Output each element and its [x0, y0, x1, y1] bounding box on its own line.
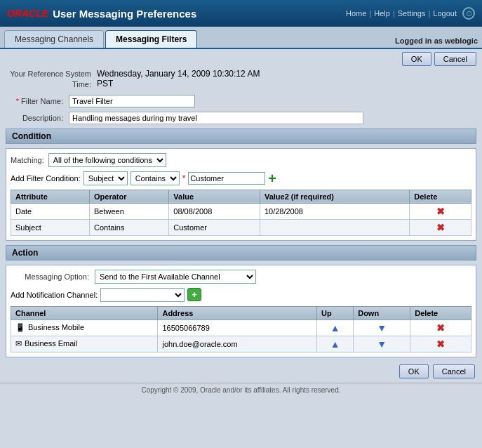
cell-attribute: Subject [11, 219, 90, 235]
condition-table: Attribute Operator Value Value2 (if requ… [11, 190, 471, 236]
cell-value: Customer [169, 219, 260, 235]
cell-down[interactable]: ▼ [354, 336, 410, 352]
matching-label: Matching: [11, 156, 44, 164]
channel-icon: 📱 [15, 323, 25, 331]
up-icon[interactable]: ▲ [330, 338, 340, 350]
bottom-action-buttons: OK Cancel [0, 360, 482, 383]
cell-delete[interactable]: ✖ [410, 219, 471, 235]
description-input[interactable] [69, 112, 363, 124]
col-delete: Delete [410, 190, 471, 203]
cancel-button-top[interactable]: Cancel [434, 52, 476, 66]
channel-select[interactable] [100, 288, 185, 302]
cell-up[interactable]: ▲ [317, 336, 354, 352]
tab-messaging-filters[interactable]: Messaging Filters [105, 30, 197, 48]
table-row: 📱Business Mobile 16505066789 ▲ ▼ ✖ [11, 319, 471, 336]
table-row: ✉Business Email john.doe@oracle.com ▲ ▼ … [11, 336, 471, 352]
channel-icon: ✉ [15, 339, 22, 348]
help-link[interactable]: Help [374, 9, 390, 18]
messaging-option-row: Messaging Option: Send to the First Avai… [11, 270, 471, 284]
ref-system-value: Wednesday, January 14, 2009 10:30:12 AM … [97, 69, 260, 88]
ref-system-label: Your Reference SystemTime: [6, 69, 97, 91]
matching-row: Matching: All of the following condition… [11, 153, 471, 167]
attribute-select[interactable]: Subject [83, 171, 128, 185]
footer: Copyright © 2009, Oracle and/or its affi… [0, 383, 482, 397]
filter-value-input[interactable] [188, 172, 265, 185]
cell-value: 08/08/2008 [169, 203, 260, 219]
action-header: Action [6, 245, 476, 261]
login-info: Logged in as weblogic [395, 37, 478, 48]
messaging-option-label: Messaging Option: [11, 272, 95, 281]
col-operator: Operator [90, 190, 169, 203]
cancel-button-bottom[interactable]: Cancel [433, 364, 475, 378]
tab-messaging-channels[interactable]: Messaging Channels [4, 30, 104, 48]
footer-text: Copyright © 2009, Oracle and/or its affi… [142, 386, 341, 394]
filter-name-label: * Filter Name: [6, 97, 69, 105]
col-attribute: Attribute [11, 190, 90, 203]
user-icon: ⊙ [462, 7, 475, 20]
condition-box: Matching: All of the following condition… [6, 148, 476, 241]
operator-select[interactable]: Contains [130, 171, 180, 185]
filter-name-input[interactable] [69, 95, 195, 107]
condition-header: Condition [6, 129, 476, 144]
cell-delete[interactable]: ✖ [410, 319, 471, 336]
ch-col-channel: Channel [11, 306, 158, 319]
col-value2: Value2 (if required) [260, 190, 409, 203]
add-condition-icon[interactable]: + [268, 171, 276, 185]
cell-address: john.doe@oracle.com [158, 336, 317, 352]
delete-icon[interactable]: ✖ [436, 322, 445, 334]
cell-channel: ✉Business Email [11, 336, 158, 352]
filter-name-row: * Filter Name: [6, 95, 476, 107]
ch-col-up: Up [317, 306, 354, 319]
cell-delete[interactable]: ✖ [410, 336, 471, 352]
col-value: Value [169, 190, 260, 203]
logo-area: ORACLE User Messaging Preferences [7, 8, 196, 20]
cell-delete[interactable]: ✖ [410, 203, 471, 219]
app-title: User Messaging Preferences [53, 8, 196, 20]
cell-up[interactable]: ▲ [317, 319, 354, 336]
cell-value2 [260, 219, 409, 235]
delete-icon[interactable]: ✖ [436, 206, 445, 217]
channel-table: Channel Address Up Down Delete 📱Business… [11, 306, 471, 353]
ok-button-top[interactable]: OK [402, 52, 431, 66]
cell-operator: Between [90, 203, 169, 219]
add-channel-button[interactable]: + [187, 288, 201, 301]
add-filter-row: Add Filter Condition: Subject Contains *… [11, 171, 471, 185]
required-asterisk: * [182, 173, 186, 183]
home-link[interactable]: Home [346, 9, 366, 18]
cell-value2: 10/28/2008 [260, 203, 409, 219]
top-nav: Home | Help | Settings | Logout ⊙ [346, 7, 475, 20]
cell-attribute: Date [11, 203, 90, 219]
ok-button-bottom[interactable]: OK [399, 364, 429, 378]
ch-col-address: Address [158, 306, 317, 319]
delete-icon[interactable]: ✖ [436, 222, 445, 233]
delete-icon[interactable]: ✖ [436, 338, 445, 350]
settings-link[interactable]: Settings [398, 9, 426, 18]
main-content: OK Cancel Your Reference SystemTime: Wed… [0, 49, 482, 360]
down-icon[interactable]: ▼ [377, 322, 387, 334]
ref-system-row: Your Reference SystemTime: Wednesday, Ja… [6, 69, 476, 91]
messaging-option-select[interactable]: Send to the First Available Channel [95, 270, 256, 284]
add-channel-row: Add Notification Channel: + [11, 288, 471, 302]
table-row: Date Between 08/08/2008 10/28/2008 ✖ [11, 203, 471, 219]
action-box: Messaging Option: Send to the First Avai… [6, 265, 476, 357]
description-label: Description: [6, 114, 69, 122]
oracle-logo: ORACLE [7, 8, 48, 19]
description-row: Description: [6, 112, 476, 124]
ch-col-delete: Delete [410, 306, 471, 319]
cell-operator: Contains [90, 219, 169, 235]
logout-link[interactable]: Logout [433, 9, 457, 18]
matching-select[interactable]: All of the following conditions [48, 153, 166, 167]
add-filter-label: Add Filter Condition: [11, 174, 81, 183]
cell-address: 16505066789 [158, 319, 317, 336]
top-action-buttons: OK Cancel [6, 52, 476, 66]
add-channel-label: Add Notification Channel: [11, 291, 98, 299]
top-bar: ORACLE User Messaging Preferences Home |… [0, 0, 482, 27]
cell-channel: 📱Business Mobile [11, 319, 158, 336]
cell-down[interactable]: ▼ [354, 319, 410, 336]
table-row: Subject Contains Customer ✖ [11, 219, 471, 235]
down-icon[interactable]: ▼ [377, 338, 387, 350]
up-icon[interactable]: ▲ [330, 322, 340, 334]
ch-col-down: Down [354, 306, 410, 319]
tabs-bar: Messaging Channels Messaging Filters Log… [0, 27, 482, 49]
